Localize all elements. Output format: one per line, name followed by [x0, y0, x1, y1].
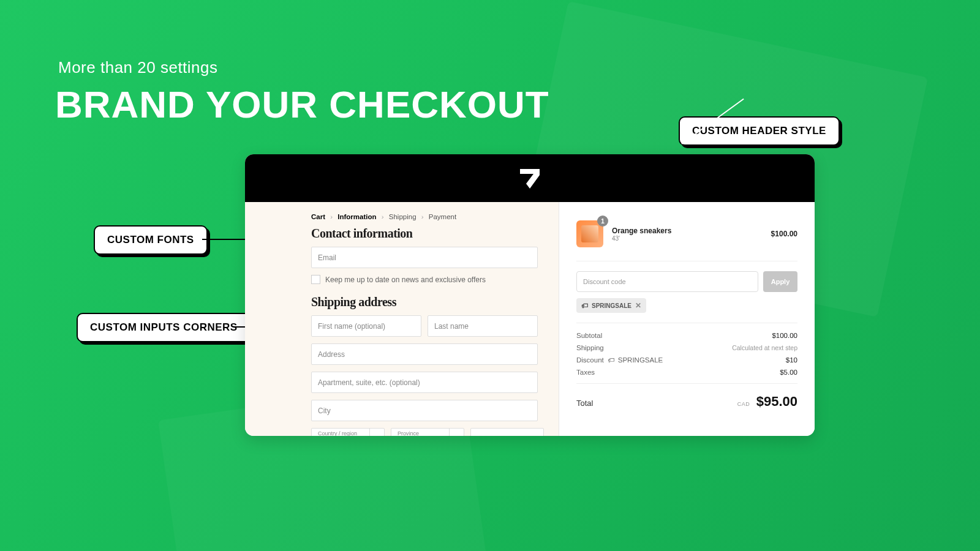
discount-tag: 🏷 SPRINGSALE ✕ — [576, 298, 646, 313]
breadcrumb-shipping: Shipping — [389, 213, 417, 220]
discount-tag-code: SPRINGSALE — [592, 302, 631, 309]
apply-button[interactable]: Apply — [763, 271, 797, 292]
quantity-badge: 1 — [597, 216, 608, 227]
line-price: $100.00 — [771, 230, 797, 238]
callout-custom-header: CUSTOM HEADER STYLE — [679, 116, 840, 146]
contact-heading: Contact information — [311, 227, 559, 241]
total-amount: $95.00 — [756, 394, 797, 409]
country-label: Country / region — [318, 431, 357, 436]
price-summary: Subtotal $100.00 Shipping Calculated at … — [576, 323, 797, 410]
first-name-field[interactable]: First name (optional) — [311, 315, 421, 337]
country-select[interactable]: Country / region Canada ▾ — [311, 428, 385, 436]
breadcrumb-payment: Payment — [429, 213, 456, 220]
postal-code-field[interactable]: Postal code — [470, 428, 544, 436]
shipping-heading: Shipping address — [311, 295, 559, 309]
checkout-form-pane: Cart › Information › Shipping › Payment … — [245, 202, 559, 436]
taxes-value: $5.00 — [780, 369, 797, 376]
subtotal-label: Subtotal — [576, 332, 602, 339]
taxes-label: Taxes — [576, 369, 595, 376]
province-select[interactable]: Province Alberta ▾ — [391, 428, 464, 436]
chevron-down-icon: ▾ — [449, 429, 464, 436]
chevron-right-icon: › — [421, 213, 424, 220]
discount-code-summary: SPRINGSALE — [618, 356, 663, 364]
chevron-right-icon: › — [382, 213, 384, 220]
breadcrumb-cart[interactable]: Cart — [311, 213, 325, 220]
tag-icon: 🏷 — [608, 356, 614, 364]
product-variant: 43' — [612, 235, 671, 242]
province-label: Province — [398, 431, 419, 436]
breadcrumb-information[interactable]: Information — [337, 213, 376, 220]
checkout-preview: Cart › Information › Shipping › Payment … — [245, 154, 815, 436]
subtotal-value: $100.00 — [772, 332, 797, 339]
hero-title: BRAND YOUR CHECKOUT — [55, 83, 549, 126]
newsletter-label: Keep me up to date on news and exclusive… — [325, 276, 486, 284]
tag-icon: 🏷 — [581, 302, 588, 309]
chevron-right-icon: › — [330, 213, 333, 220]
remove-discount-icon[interactable]: ✕ — [635, 301, 641, 310]
total-label: Total — [576, 399, 593, 408]
address-field[interactable]: Address — [311, 343, 538, 365]
newsletter-checkbox[interactable] — [311, 275, 320, 284]
callout-custom-fonts: CUSTOM FONTS — [94, 225, 208, 255]
brand-logo-icon — [518, 165, 542, 191]
city-field[interactable]: City — [311, 400, 538, 421]
shipping-label: Shipping — [576, 344, 604, 351]
discount-label: Discount — [576, 356, 604, 364]
email-field[interactable]: Email — [311, 247, 538, 268]
breadcrumb: Cart › Information › Shipping › Payment — [311, 213, 559, 220]
product-name: Orange sneakers — [612, 227, 671, 235]
hero-subtitle: More than 20 settings — [58, 58, 218, 77]
total-currency: CAD — [737, 401, 750, 407]
chevron-down-icon: ▾ — [369, 429, 384, 436]
discount-value: $10 — [786, 356, 797, 364]
cart-line-item: 1 Orange sneakers 43' $100.00 — [576, 220, 797, 247]
callout-custom-inputs: CUSTOM INPUTS CORNERS — [77, 313, 251, 342]
last-name-field[interactable]: Last name — [428, 315, 538, 337]
product-thumbnail: 1 — [576, 220, 603, 247]
checkout-header-bar — [245, 154, 815, 202]
apartment-field[interactable]: Apartment, suite, etc. (optional) — [311, 372, 538, 393]
discount-code-input[interactable]: Discount code — [576, 271, 758, 292]
shipping-value: Calculated at next step — [732, 344, 797, 351]
order-summary-pane: 1 Orange sneakers 43' $100.00 Discount c… — [559, 202, 815, 436]
